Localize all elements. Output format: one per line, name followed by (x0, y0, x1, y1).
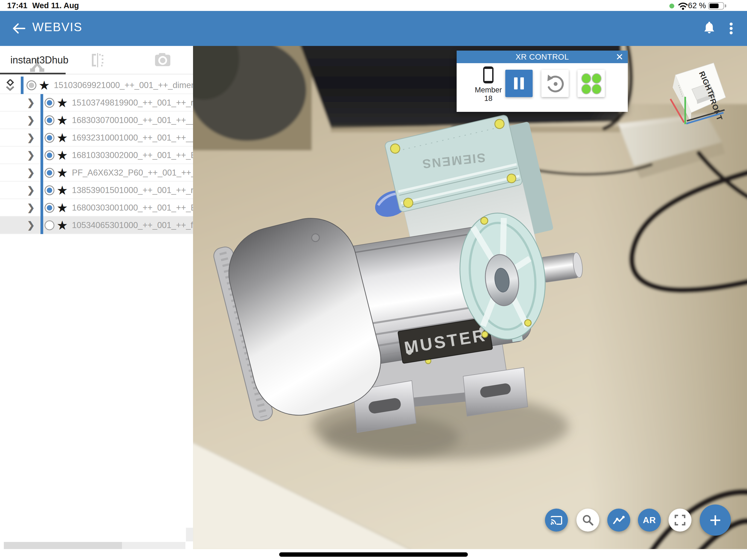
orientation-cube[interactable]: RIGHT FRONT (667, 58, 731, 126)
bottom-strip (0, 549, 747, 560)
ar-scene[interactable]: SIEMENS (193, 46, 747, 549)
date: Wed 11. Aug (32, 1, 79, 10)
app-title: WEBVIS (32, 20, 82, 34)
tree-item[interactable]: ❯ ★ 16800303001000_++_001_++_B3 (0, 199, 193, 217)
horizontal-scrollbar-thumb[interactable] (4, 542, 122, 549)
sidebar-panel: instant3Dhub ★ 15103069921000_++_001_++_… (0, 46, 193, 560)
expand-chevron-icon[interactable]: ❯ (26, 164, 35, 181)
tree-item-label[interactable]: 15103069921000_++_001_++_dimensi (54, 77, 193, 94)
restore-icon (541, 70, 569, 97)
expand-chevron-icon[interactable]: ❯ (26, 182, 35, 199)
search-icon (582, 514, 594, 526)
expand-chevron-icon[interactable]: ❯ (26, 217, 35, 233)
tree-item[interactable]: ❯ ★ PF_A6X6X32_P60_++_001_++_DII (0, 164, 193, 182)
add-button[interactable]: + (700, 505, 731, 536)
ar-mode-button[interactable]: AR (638, 509, 661, 532)
selection-bar (21, 77, 24, 94)
expand-chevron-icon[interactable]: ❯ (26, 199, 35, 216)
back-arrow-icon[interactable] (11, 22, 26, 35)
visibility-radio[interactable] (45, 116, 54, 125)
vertical-scrollbar[interactable] (186, 528, 193, 541)
tree-item[interactable]: ❯ ★ 10534065301000_++_001_++_fra (0, 217, 193, 234)
tree-item[interactable]: ❯ ★ 15103749819900_++_001_++_rat (0, 94, 193, 111)
visibility-radio[interactable] (45, 185, 54, 195)
fullscreen-button[interactable] (669, 509, 692, 532)
home-indicator[interactable] (279, 552, 468, 557)
selection-bar (41, 129, 43, 147)
visibility-radio[interactable] (45, 221, 54, 230)
visibility-radio[interactable] (45, 150, 54, 160)
selection-bar (41, 164, 43, 182)
xr-member-label: Member 18 (471, 86, 506, 103)
xr-member-item[interactable]: Member 18 (471, 67, 506, 103)
ar-camera-viewport[interactable]: SIEMENS (193, 46, 747, 549)
close-icon[interactable]: ✕ (616, 51, 624, 63)
xr-control-title: XR CONTROL (457, 51, 628, 63)
xr-control-header[interactable]: XR CONTROL ✕ (457, 51, 628, 63)
smartphone-icon (483, 67, 493, 83)
sidebar-tab-bar: instant3Dhub (0, 46, 193, 74)
star-icon[interactable]: ★ (57, 111, 68, 129)
search-button[interactable] (576, 509, 599, 532)
tree-item-label[interactable]: 10534065301000_++_001_++_fra (72, 217, 193, 234)
star-icon[interactable]: ★ (57, 129, 68, 147)
tree-item[interactable]: ❯ ★ 16932310001000_++_001_++__ (0, 129, 193, 147)
tree-item-label[interactable]: 16800303001000_++_001_++_B3 (72, 199, 193, 217)
reset-view-button[interactable] (541, 70, 569, 97)
selection-bar (41, 217, 43, 234)
tree-item-label[interactable]: PF_A6X6X32_P60_++_001_++_DII (72, 164, 193, 182)
expand-chevron-icon[interactable]: ❯ (26, 111, 35, 128)
tab-compare-icon[interactable] (89, 51, 106, 69)
visibility-radio[interactable] (27, 80, 36, 90)
tree-item-label[interactable]: 16830307001000_++_001_++__ (72, 111, 193, 129)
unfold-tree-icon[interactable] (4, 79, 17, 92)
measure-trend-button[interactable] (607, 509, 630, 532)
star-icon[interactable]: ★ (57, 94, 68, 111)
cast-button[interactable] (545, 509, 568, 532)
star-icon[interactable]: ★ (38, 77, 50, 94)
selection-bar (41, 199, 43, 217)
visibility-radio[interactable] (45, 98, 54, 108)
overflow-menu-icon[interactable] (725, 21, 737, 36)
green-dots-grid-icon (577, 70, 605, 97)
star-icon[interactable]: ★ (57, 182, 68, 199)
status-bar: 17:41 Wed 11. Aug 62 % (0, 0, 747, 11)
tab-instant3dhub[interactable]: instant3Dhub (10, 46, 68, 73)
tree-item-label[interactable]: 16810303002000_++_001_++_BS (72, 147, 193, 164)
status-green-dot-icon (669, 4, 674, 8)
star-icon[interactable]: ★ (57, 164, 68, 182)
notifications-bell-icon[interactable] (702, 21, 717, 36)
visibility-radio[interactable] (45, 203, 54, 213)
tree-item-label[interactable]: 16932310001000_++_001_++__ (72, 129, 193, 147)
clock: 17:41 (7, 1, 27, 10)
expand-chevron-icon[interactable]: ❯ (26, 129, 35, 146)
expand-chevron-icon[interactable]: ❯ (26, 94, 35, 111)
star-icon[interactable]: ★ (57, 199, 68, 217)
expand-chevron-icon[interactable]: ❯ (26, 147, 35, 163)
tree-item[interactable]: ❯ ★ 13853901501000_++_001_++_rot (0, 182, 193, 199)
selection-bar (41, 147, 43, 164)
tree-item[interactable]: ❯ ★ 16830307001000_++_001_++__ (0, 111, 193, 129)
battery-nub (725, 4, 726, 7)
app-bar: WEBVIS (0, 11, 747, 46)
member-grid-button[interactable] (577, 70, 605, 97)
visibility-radio[interactable] (45, 168, 54, 178)
pause-button[interactable] (505, 70, 533, 97)
selection-bar (41, 182, 43, 199)
tab-camera-icon[interactable] (153, 51, 172, 68)
fullscreen-icon (674, 514, 686, 526)
visibility-radio[interactable] (45, 133, 54, 143)
star-icon[interactable]: ★ (57, 217, 68, 234)
tree-item-root[interactable]: ★ 15103069921000_++_001_++_dimensi (0, 77, 193, 94)
battery-percent: 62 % (688, 1, 706, 10)
selection-bar (41, 94, 43, 111)
tree-item-label[interactable]: 15103749819900_++_001_++_rat (72, 94, 193, 111)
ar-label: AR (643, 515, 656, 525)
pause-icon (513, 77, 525, 90)
battery-icon (708, 2, 724, 9)
trend-line-icon (613, 515, 625, 525)
star-icon[interactable]: ★ (57, 147, 68, 164)
horizontal-scrollbar[interactable] (4, 542, 185, 549)
tree-item[interactable]: ❯ ★ 16810303002000_++_001_++_BS (0, 147, 193, 164)
tree-item-label[interactable]: 13853901501000_++_001_++_rot (72, 182, 193, 199)
